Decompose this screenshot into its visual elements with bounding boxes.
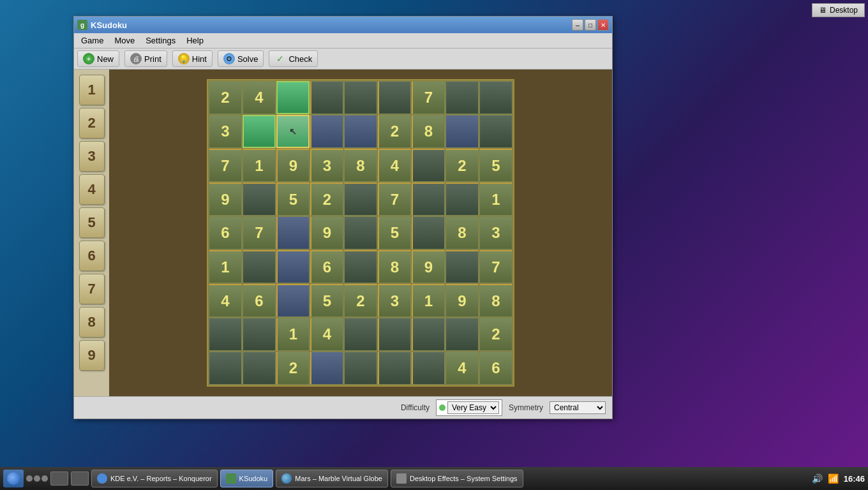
num-btn-9[interactable]: 9 — [79, 340, 105, 371]
cell-r3-c2[interactable]: 1 — [243, 149, 276, 182]
num-btn-3[interactable]: 3 — [79, 141, 105, 172]
cell-r8-c2[interactable] — [243, 318, 276, 351]
cell-r4-c3[interactable]: 5 — [276, 182, 310, 216]
cell-r5-c6[interactable]: 5 — [378, 216, 411, 249]
num-btn-8[interactable]: 8 — [79, 307, 105, 338]
taskbar-square2[interactable] — [71, 471, 89, 486]
cell-r8-c7[interactable] — [412, 318, 445, 351]
cell-r4-c1[interactable]: 9 — [209, 182, 242, 216]
volume-icon[interactable]: 🔊 — [812, 473, 823, 484]
cell-r2-c7[interactable]: 8 — [412, 115, 445, 148]
cell-r9-c4[interactable] — [310, 352, 343, 385]
cell-r2-c9[interactable] — [479, 115, 513, 148]
cell-r6-c7[interactable]: 9 — [412, 250, 445, 283]
cell-r5-c1[interactable]: 6 — [209, 216, 242, 249]
cell-r5-c8[interactable]: 8 — [445, 216, 479, 249]
cell-r7-c1[interactable]: 4 — [209, 284, 242, 317]
cell-r4-c2[interactable] — [243, 182, 276, 216]
taskbar-app-konqueror[interactable]: KDE e.V. – Reports – Konqueror — [91, 470, 218, 487]
solve-button[interactable]: ⚙ Solve — [218, 50, 264, 67]
cell-r6-c1[interactable]: 1 — [209, 250, 242, 283]
cell-r7-c8[interactable]: 9 — [445, 284, 479, 317]
cell-r4-c7[interactable] — [412, 182, 445, 216]
num-btn-5[interactable]: 5 — [79, 207, 105, 238]
cell-r6-c6[interactable]: 8 — [378, 250, 411, 283]
cell-r2-c6[interactable]: 2 — [378, 115, 411, 148]
cell-r6-c9[interactable]: 7 — [479, 250, 513, 283]
cell-r1-c4[interactable] — [310, 81, 343, 114]
cell-r6-c5[interactable] — [344, 250, 377, 283]
close-button[interactable]: ✕ — [597, 19, 609, 31]
cell-r9-c2[interactable] — [243, 352, 276, 385]
cell-r8-c5[interactable] — [344, 318, 377, 351]
cell-r4-c6[interactable]: 7 — [378, 182, 411, 216]
cell-r9-c8[interactable]: 4 — [445, 352, 479, 385]
num-btn-6[interactable]: 6 — [79, 241, 105, 271]
taskbar-square1[interactable] — [50, 471, 68, 486]
num-btn-4[interactable]: 4 — [79, 174, 105, 205]
num-btn-1[interactable]: 1 — [79, 75, 105, 105]
cell-r6-c8[interactable] — [445, 250, 479, 283]
cell-r7-c3[interactable] — [276, 284, 310, 317]
cell-r7-c2[interactable]: 6 — [243, 284, 276, 317]
cell-r3-c3[interactable]: 9 — [276, 149, 310, 182]
menu-settings[interactable]: Settings — [142, 34, 179, 47]
cell-r3-c8[interactable]: 2 — [445, 149, 479, 182]
cell-r7-c9[interactable]: 8 — [479, 284, 513, 317]
cell-r5-c3[interactable] — [276, 216, 310, 249]
cell-r1-c9[interactable] — [479, 81, 513, 114]
cell-r9-c5[interactable] — [344, 352, 377, 385]
cell-r5-c2[interactable]: 7 — [243, 216, 276, 249]
cell-r6-c3[interactable] — [276, 250, 310, 283]
cell-r5-c5[interactable] — [344, 216, 377, 249]
check-button[interactable]: ✓ Check — [269, 50, 318, 67]
taskbar-app-marble[interactable]: Mars – Marble Virtual Globe — [276, 470, 388, 487]
difficulty-select-input[interactable]: Very Easy Easy Medium Hard Expert — [447, 401, 499, 414]
kde-button[interactable] — [3, 470, 24, 487]
desktop-button[interactable]: 🖥 Desktop — [812, 3, 865, 17]
cell-r2-c3[interactable]: ↖ — [276, 115, 310, 148]
cell-r2-c5[interactable] — [344, 115, 377, 148]
cell-r9-c3[interactable]: 2 — [276, 352, 310, 385]
cell-r4-c9[interactable]: 1 — [479, 182, 513, 216]
cell-r7-c7[interactable]: 1 — [412, 284, 445, 317]
cell-r6-c4[interactable]: 6 — [310, 250, 343, 283]
print-button[interactable]: 🖨 Print — [124, 50, 167, 67]
cell-r8-c3[interactable]: 1 — [276, 318, 310, 351]
cell-r3-c6[interactable]: 4 — [378, 149, 411, 182]
cell-r8-c6[interactable] — [378, 318, 411, 351]
cell-r8-c4[interactable]: 4 — [310, 318, 343, 351]
cell-r9-c7[interactable] — [412, 352, 445, 385]
cell-r3-c4[interactable]: 3 — [310, 149, 343, 182]
cell-r8-c9[interactable]: 2 — [479, 318, 513, 351]
new-button[interactable]: + New — [77, 50, 119, 67]
cell-r2-c2[interactable] — [243, 115, 276, 148]
cell-r4-c4[interactable]: 2 — [310, 182, 343, 216]
cell-r4-c8[interactable] — [445, 182, 479, 216]
num-btn-2[interactable]: 2 — [79, 108, 105, 138]
cell-r5-c4[interactable]: 9 — [310, 216, 343, 249]
minimize-button[interactable]: – — [572, 19, 583, 31]
cell-r1-c1[interactable]: 2 — [209, 81, 242, 114]
hint-button[interactable]: 💡 Hint — [172, 50, 213, 67]
cell-r2-c1[interactable]: 3 — [209, 115, 242, 148]
cell-r1-c8[interactable] — [445, 81, 479, 114]
taskbar-app-systemsettings[interactable]: Desktop Effects – System Settings — [391, 470, 523, 487]
cell-r1-c2[interactable]: 4 — [243, 81, 276, 114]
taskbar-app-ksudoku[interactable]: KSudoku — [220, 470, 274, 487]
cell-r3-c7[interactable] — [412, 149, 445, 182]
cell-r5-c7[interactable] — [412, 216, 445, 249]
num-btn-7[interactable]: 7 — [79, 274, 105, 304]
cell-r9-c6[interactable] — [378, 352, 411, 385]
cell-r2-c8[interactable] — [445, 115, 479, 148]
cell-r7-c4[interactable]: 5 — [310, 284, 343, 317]
restore-button[interactable]: □ — [585, 19, 596, 31]
cell-r9-c9[interactable]: 6 — [479, 352, 513, 385]
cell-r1-c7[interactable]: 7 — [412, 81, 445, 114]
cell-r1-c5[interactable] — [344, 81, 377, 114]
cell-r3-c1[interactable]: 7 — [209, 149, 242, 182]
cell-r3-c9[interactable]: 5 — [479, 149, 513, 182]
menu-move[interactable]: Move — [110, 34, 138, 47]
cell-r4-c5[interactable] — [344, 182, 377, 216]
menu-game[interactable]: Game — [77, 34, 107, 47]
